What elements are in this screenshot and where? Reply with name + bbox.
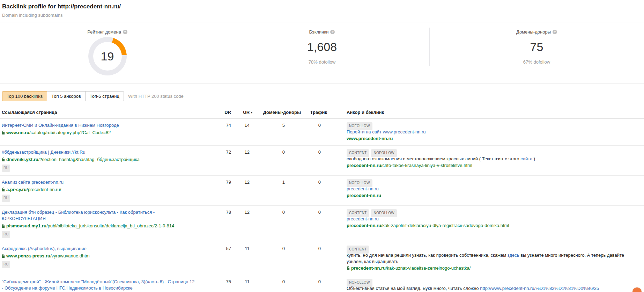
tab-1[interactable]: Топ 5 анкоров — [47, 91, 86, 101]
metric-ref-domains: Домены-доноры ? 75 67% dofollow — [429, 22, 644, 83]
traffic-value: 0 — [303, 119, 329, 146]
tab-2[interactable]: Топ-5 страниц — [85, 91, 124, 101]
help-icon[interactable]: ? — [330, 30, 335, 34]
page-subtitle: Domain including subdomains — [2, 13, 641, 18]
anchor-text: Перейти на сайт www.precedent-nn.ru — [347, 129, 640, 135]
link-badges: CONTENTNOFOLLOW — [347, 209, 640, 215]
backlink-url[interactable]: precedent-nn.ru/kak-uznat-vladeltsa-zeme… — [347, 265, 640, 271]
donut-hole: 19 — [93, 42, 122, 71]
anchor-link[interactable]: Перейти на сайт www.precedent-nn.ru — [347, 129, 426, 134]
anchor-link[interactable]: http://www.precedent-nn.ru/%D1%82%D1%81%… — [480, 286, 599, 291]
ref-domains-value: 75 — [530, 40, 543, 54]
lock-icon — [2, 254, 5, 258]
report-header: Backlink profile for http://precedent-nn… — [0, 0, 644, 22]
col-ur-sort[interactable]: UR▼ — [233, 108, 255, 119]
anchor-plain-text: ) — [532, 156, 535, 161]
ur-value: 11 — [233, 242, 255, 275]
domain-rating-gauge: 19 — [88, 37, 127, 75]
referring-url[interactable]: www.penza-press.ru/vyrawuvanue.dhtm — [2, 253, 208, 259]
referring-url[interactable]: a.pr-cy.ru/precedent-nn.ru/ — [2, 187, 208, 193]
tab-0[interactable]: Top 100 backlinks — [2, 91, 47, 101]
link-badges: CONTENT — [347, 246, 640, 251]
backlink-url[interactable]: precedent-nn.ru/chto-takoe-krasnaya-lini… — [347, 162, 640, 169]
referring-page-link[interactable]: Интернет-СМИ и Онлайн-издания в Нижнем Н… — [2, 122, 197, 129]
metric-label: Рейтинг домена ? — [87, 29, 127, 35]
table-row: Интернет-СМИ и Онлайн-издания в Нижнем Н… — [0, 119, 644, 146]
ur-value: 12 — [233, 146, 255, 176]
backlink-url[interactable]: precedent-nn.ru — [347, 192, 640, 199]
anchor-link[interactable]: сайта — [520, 156, 532, 161]
lock-icon — [2, 188, 5, 191]
tabs-note: With HTTP 200 status code — [128, 94, 184, 99]
referring-page-link[interactable]: Анализ сайта precedent-nn.ru — [2, 179, 197, 185]
dr-value: 57 — [213, 242, 233, 275]
tabs-group: Top 100 backlinksТоп 5 анкоровТоп-5 стра… — [2, 91, 124, 101]
referring-page-link[interactable]: "Сибакадемстрой" - Жилой комплекс "Молод… — [2, 279, 197, 291]
anchor-link[interactable]: здесь — [508, 253, 519, 258]
anchor-plain-text: свободного ознакомления с местоположение… — [347, 156, 520, 161]
referring-url[interactable]: www.nn.ru/catalog/rub/category.php?Cat_C… — [2, 130, 208, 136]
metric-label: Домены-доноры ? — [516, 29, 557, 35]
ur-value: 12 — [233, 176, 255, 206]
table-row: "Сибакадемстрой" - Жилой комплекс "Молод… — [0, 275, 644, 292]
ref-domains-label: Домены-доноры — [516, 29, 551, 35]
backlink-url[interactable]: www.precedent-nn.ru — [347, 136, 640, 142]
anchor-text: свободного ознакомления с местоположение… — [347, 156, 640, 162]
help-icon[interactable]: ? — [123, 30, 127, 34]
col-referring-page: Ссылающаяся страница — [0, 108, 213, 119]
table-row: #ббденьзастройщика | Дневники.Ykt.Ru dne… — [0, 146, 644, 176]
lang-badge: RU — [2, 261, 10, 268]
col-dr: DR — [213, 108, 233, 119]
page-title: Backlink profile for http://precedent-nn… — [2, 3, 641, 10]
dr-value: 78 — [213, 206, 233, 242]
sort-desc-icon: ▼ — [250, 111, 253, 114]
domain-rating-label: Рейтинг домена — [87, 29, 121, 35]
link-badges: CONTENTNOFOLLOW — [347, 149, 640, 155]
lock-icon — [347, 266, 350, 270]
domains-value: 0 — [255, 275, 303, 292]
referring-url[interactable]: pismovsud.my1.ru/publ/biblioteka_jurisko… — [2, 223, 208, 229]
metric-domain-rating: Рейтинг домена ? 19 — [0, 22, 215, 83]
backlink-url[interactable]: precedent-nn.ru/kak-zapolnit-deklaraciyu… — [347, 222, 640, 229]
ur-value: 11 — [233, 275, 255, 292]
ur-value: 14 — [233, 119, 255, 146]
anchor-text: Объективная статья на мой взгляд. Букв м… — [347, 285, 640, 292]
backlinks-value: 1,608 — [307, 40, 337, 54]
col-traffic: Трафик — [303, 108, 329, 119]
tabs-row: Top 100 backlinksТоп 5 анкоровТоп-5 стра… — [2, 91, 644, 101]
anchor-link[interactable]: precedent-nn.ru — [347, 186, 379, 191]
dr-value: 72 — [213, 146, 233, 176]
domains-value: 0 — [255, 242, 303, 275]
anchor-plain-text: Объективная статья на мой взгляд. Букв м… — [347, 286, 480, 291]
domains-value: 5 — [255, 119, 303, 146]
referring-page-link[interactable]: Декларация бти образец - Библиотека юрис… — [2, 209, 197, 222]
referring-page-link[interactable]: #ббденьзастройщика | Дневники.Ykt.Ru — [2, 149, 197, 155]
anchor-plain-text: купить, но для начала решили узнать, как… — [347, 253, 508, 258]
metric-label: Бэклинки ? — [309, 29, 335, 35]
link-badges: NOFOLLOW — [347, 279, 640, 284]
ref-domains-dofollow: 67% dofollow — [523, 59, 550, 65]
lock-icon — [2, 224, 5, 228]
anchor-text: precedent-nn.ru — [347, 186, 640, 192]
anchor-link[interactable]: precedent-nn.ru — [347, 216, 379, 221]
domains-value: 1 — [255, 176, 303, 206]
lock-icon — [2, 158, 5, 161]
dr-value: 79 — [213, 176, 233, 206]
lock-icon — [2, 131, 5, 134]
lang-badge: RU — [2, 231, 10, 238]
metrics-panel: Рейтинг домена ? 19 Бэклинки ? 1,608 78%… — [0, 22, 644, 84]
referring-url[interactable]: dnevniki.ykt.ru/?section=hashtag&hashtag… — [2, 156, 208, 163]
referring-page-link[interactable]: Асфоделюс (Asphodelus), выращивание — [2, 246, 197, 252]
link-badges: NOFOLLOW — [347, 122, 640, 128]
backlinks-label: Бэклинки — [309, 29, 329, 35]
link-badges: NOFOLLOW — [347, 179, 640, 185]
table-row: Декларация бти образец - Библиотека юрис… — [0, 206, 644, 242]
col-domains: Домены-доноры — [255, 108, 303, 119]
col-anchor: Анкор и бэклинк — [329, 108, 644, 119]
help-icon[interactable]: ? — [553, 30, 557, 34]
lang-badge: RU — [2, 195, 10, 202]
table-row: Анализ сайта precedent-nn.ru a.pr-cy.ru/… — [0, 176, 644, 206]
traffic-value: 0 — [303, 242, 329, 275]
dr-value: 74 — [213, 119, 233, 146]
domain-rating-value: 19 — [101, 50, 114, 63]
